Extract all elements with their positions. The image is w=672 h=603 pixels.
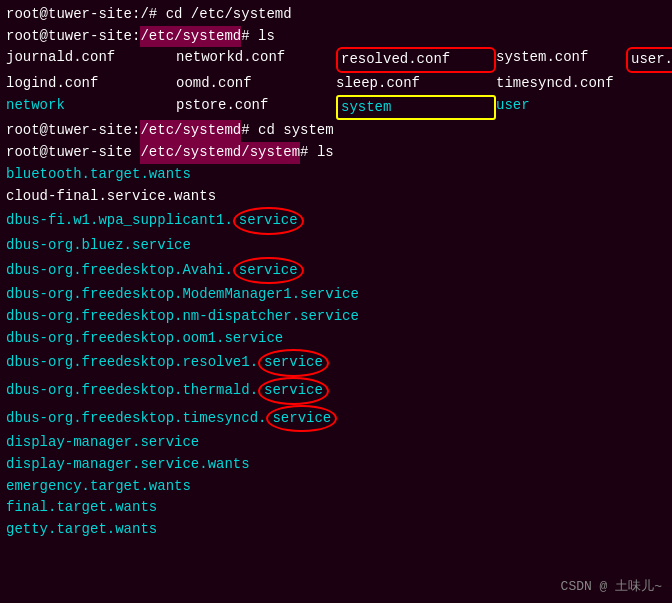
ls-file-journald: journald.conf xyxy=(6,47,176,73)
prompt-path-3: /etc/systemd xyxy=(140,120,241,142)
watermark: CSDN @ 土味儿~ xyxy=(561,577,662,595)
file-avahi-service: service xyxy=(233,257,304,285)
file-timesyncd: dbus-org.freedesktop.timesyncd.service xyxy=(6,405,666,433)
file-getty: getty.target.wants xyxy=(6,519,666,541)
file-display-manager-wants: display-manager.service.wants xyxy=(6,454,666,476)
file-thermald-service: service xyxy=(258,377,329,405)
terminal-line-2: root@tuwer-site:/etc/systemd# ls xyxy=(6,26,666,48)
prompt-user-4: root@tuwer-site xyxy=(6,142,140,164)
file-resolve1-service: service xyxy=(258,349,329,377)
file-thermald: dbus-org.freedesktop.thermald.service xyxy=(6,377,666,405)
ls-file-networkd: networkd.conf xyxy=(176,47,336,73)
cmd-4: ls xyxy=(317,142,334,164)
prompt-path-2: /etc/systemd xyxy=(140,26,241,48)
file-wpa: dbus-fi.w1.wpa_supplicant1.service xyxy=(6,207,666,235)
prompt-hash-2: # xyxy=(241,26,258,48)
prompt-user-2: root@tuwer-site: xyxy=(6,26,140,48)
file-display-manager: display-manager.service xyxy=(6,432,666,454)
ls-file-oomd: oomd.conf xyxy=(176,73,336,95)
file-cloud-final: cloud-final.service.wants xyxy=(6,186,666,208)
prompt-hash-1: # xyxy=(149,4,166,26)
file-avahi: dbus-org.freedesktop.Avahi.service xyxy=(6,257,666,285)
file-nm-dispatcher: dbus-org.freedesktop.nm-dispatcher.servi… xyxy=(6,306,666,328)
file-timesyncd-service: service xyxy=(266,405,337,433)
file-modemmanager: dbus-org.freedesktop.ModemManager1.servi… xyxy=(6,284,666,306)
ls-file-logind: logind.conf xyxy=(6,73,176,95)
file-oom1: dbus-org.freedesktop.oom1.service xyxy=(6,328,666,350)
ls-dir-network: network xyxy=(6,95,176,121)
file-bluetooth: bluetooth.target.wants xyxy=(6,164,666,186)
terminal-line-4: root@tuwer-site /etc/systemd/system# ls xyxy=(6,142,666,164)
ls-file-user-conf: user.conf xyxy=(626,47,672,73)
ls-row-3: network pstore.conf system user xyxy=(6,95,666,121)
ls-file-resolved: resolved.conf xyxy=(336,47,496,73)
ls-dir-system: system xyxy=(336,95,496,121)
ls-row-2: logind.conf oomd.conf sleep.conf timesyn… xyxy=(6,73,666,95)
file-final: final.target.wants xyxy=(6,497,666,519)
file-wpa-service: service xyxy=(233,207,304,235)
ls-file-timesyncd: timesyncd.conf xyxy=(496,73,626,95)
ls-row-1: journald.conf networkd.conf resolved.con… xyxy=(6,47,666,73)
ls-dir-user: user xyxy=(496,95,626,121)
prompt-path-1: / xyxy=(140,4,148,26)
cmd-2: ls xyxy=(258,26,275,48)
file-bluez: dbus-org.bluez.service xyxy=(6,235,666,257)
file-emergency: emergency.target.wants xyxy=(6,476,666,498)
prompt-hash-3: # xyxy=(241,120,258,142)
prompt-user-1: root@tuwer-site: xyxy=(6,4,140,26)
file-resolve1: dbus-org.freedesktop.resolve1.service xyxy=(6,349,666,377)
terminal-line-3: root@tuwer-site:/etc/systemd# cd system xyxy=(6,120,666,142)
ls-file-sleep: sleep.conf xyxy=(336,73,496,95)
terminal: root@tuwer-site:/# cd /etc/systemd root@… xyxy=(0,0,672,603)
prompt-hash-4: # xyxy=(300,142,317,164)
cmd-1: cd /etc/systemd xyxy=(166,4,292,26)
ls-file-pstore: pstore.conf xyxy=(176,95,336,121)
cmd-3: cd system xyxy=(258,120,334,142)
ls-file-system-conf: system.conf xyxy=(496,47,626,73)
terminal-line-1: root@tuwer-site:/# cd /etc/systemd xyxy=(6,4,666,26)
prompt-user-3: root@tuwer-site: xyxy=(6,120,140,142)
prompt-path-4: /etc/systemd/system xyxy=(140,142,300,164)
